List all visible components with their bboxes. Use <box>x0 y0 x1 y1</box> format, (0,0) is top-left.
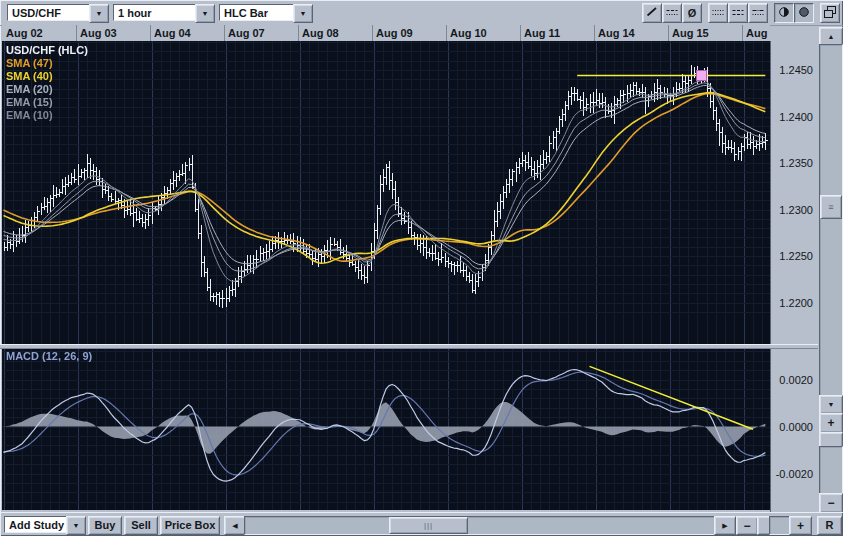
grip-icon: ≡ <box>828 203 833 212</box>
dash-dot-lines-icon <box>665 6 679 20</box>
legend-symbol: USD/CHF (HLC) <box>6 44 88 56</box>
legend-sma-40[interactable]: SMA (40) <box>6 70 53 82</box>
horizontal-scrollbar-thumb[interactable]: ||| <box>389 517 468 534</box>
sell-button[interactable]: Sell <box>124 516 158 535</box>
half-filled-circle-icon <box>777 6 791 20</box>
dashed-lines-icon <box>731 6 745 20</box>
date-tick-separator <box>594 25 595 41</box>
chevron-down-icon: ▼ <box>96 10 103 17</box>
price-axis-label: 1.2250 <box>779 250 813 262</box>
date-axis-label: Aug 03 <box>80 27 117 39</box>
hide-studies-button[interactable]: Ø <box>682 3 702 23</box>
reset-button[interactable]: R <box>817 516 842 535</box>
symbol-combo-value: USD/CHF <box>12 7 61 19</box>
scroll-down-button[interactable]: ▼ <box>819 395 843 414</box>
slashed-circle-icon: Ø <box>688 8 697 19</box>
shade-half-circle-button[interactable] <box>774 3 794 23</box>
date-tick-separator <box>224 25 225 41</box>
date-tick-separator <box>446 25 447 41</box>
arrow-right-icon: ▶ <box>722 522 727 529</box>
date-axis-label: Aug 09 <box>376 27 413 39</box>
arrow-left-icon: ◀ <box>232 522 237 529</box>
hatched-circle-icon <box>797 6 811 20</box>
date-axis-label: Aug 10 <box>450 27 487 39</box>
bar-style-combo-arrow-button[interactable]: ▼ <box>293 4 313 23</box>
vertical-zoom-track[interactable] <box>819 446 843 495</box>
top-toolbar: USD/CHF ▼ 1 hour ▼ HLC Bar ▼ Ø <box>0 0 843 26</box>
horizontal-scrollbar-track[interactable]: ||| <box>244 516 716 535</box>
vertical-zoom-in-button[interactable]: + <box>819 413 843 433</box>
date-tick-separator <box>150 25 151 41</box>
macd-chart-canvas[interactable] <box>2 347 770 510</box>
add-study-combo-arrow-button[interactable]: ▼ <box>66 516 86 535</box>
line-properties-button[interactable] <box>662 3 682 23</box>
toolbar-icon-group: Ø <box>642 3 840 23</box>
date-axis-label: Aug 14 <box>598 27 635 39</box>
interval-combo-arrow-button[interactable]: ▼ <box>195 4 215 23</box>
macd-axis-label: 0.0020 <box>779 374 813 386</box>
scroll-right-button[interactable]: ▶ <box>714 516 736 535</box>
pane-splitter[interactable] <box>0 344 818 349</box>
mixed-lines-icon <box>751 6 765 20</box>
legend-sma-47[interactable]: SMA (47) <box>6 57 53 69</box>
plus-icon: + <box>797 520 804 532</box>
interval-combo-value: 1 hour <box>118 7 152 19</box>
cascade-windows-icon <box>823 6 837 20</box>
add-study-combo[interactable]: Add Study <box>4 516 74 533</box>
date-axis-label: Aug 11 <box>524 27 560 39</box>
plus-icon: + <box>827 417 834 429</box>
legend-ema-15[interactable]: EMA (15) <box>6 96 53 108</box>
scroll-left-button[interactable]: ◀ <box>224 516 246 535</box>
price-axis[interactable]: 1.24501.24001.23501.23001.22501.2200 <box>770 41 819 344</box>
trendline-handle[interactable] <box>696 70 707 81</box>
price-axis-label: 1.2200 <box>779 297 813 309</box>
vertical-scrollbar-thumb[interactable]: ≡ <box>820 195 842 219</box>
shade-hatched-circle-button[interactable] <box>794 3 814 23</box>
date-axis[interactable]: Aug 02Aug 03Aug 04Aug 07Aug 08Aug 09Aug … <box>2 25 770 42</box>
bar-style-combo-value: HLC Bar <box>224 7 268 19</box>
date-axis-label: Aug 04 <box>154 27 191 39</box>
symbol-combo-arrow-button[interactable]: ▼ <box>89 4 109 23</box>
date-axis-label: Aug 02 <box>6 27 43 39</box>
vertical-scrollbar-track[interactable]: ≡ <box>819 44 843 397</box>
minus-icon: − <box>743 520 750 532</box>
date-tick-separator <box>76 25 77 41</box>
date-tick-separator <box>372 25 373 41</box>
macd-axis-label: -0.0020 <box>776 468 813 480</box>
horizontal-zoom-track[interactable] <box>769 516 791 535</box>
date-axis-label: Aug 16 <box>746 27 770 39</box>
price-axis-label: 1.2300 <box>779 204 813 216</box>
date-axis-label: Aug 08 <box>302 27 339 39</box>
date-tick-separator <box>298 25 299 41</box>
horizontal-zoom-in-button[interactable]: + <box>789 516 812 535</box>
macd-legend-label[interactable]: MACD (12, 26, 9) <box>6 350 92 362</box>
chevron-down-icon: ▼ <box>73 522 80 529</box>
sell-button-label: Sell <box>131 520 151 531</box>
line-style-mixed-button[interactable] <box>748 3 768 23</box>
draw-trendline-tool-button[interactable] <box>642 3 662 23</box>
reset-button-label: R <box>826 520 834 531</box>
buy-button[interactable]: Buy <box>88 516 122 535</box>
line-diagonal-icon <box>645 6 659 20</box>
chart-window: USD/CHF ▼ 1 hour ▼ HLC Bar ▼ Ø Aug 02Aug… <box>0 0 843 536</box>
price-axis-label: 1.2350 <box>779 157 813 169</box>
line-style-dotted-button[interactable] <box>708 3 728 23</box>
interval-combo[interactable]: 1 hour <box>113 4 203 21</box>
vertical-zoom-out-button[interactable]: − <box>819 493 843 513</box>
price-box-button-label: Price Box <box>165 520 216 531</box>
price-chart-canvas[interactable] <box>2 41 770 344</box>
buy-button-label: Buy <box>95 520 116 531</box>
legend-ema-20[interactable]: EMA (20) <box>6 83 53 95</box>
cascade-windows-button[interactable] <box>820 3 840 23</box>
macd-axis[interactable]: 0.00200.0000-0.0020 <box>770 347 819 513</box>
line-style-dashed-button[interactable] <box>728 3 748 23</box>
symbol-combo[interactable]: USD/CHF <box>7 4 97 21</box>
price-axis-label: 1.2400 <box>779 111 813 123</box>
bar-style-combo[interactable]: HLC Bar <box>219 4 301 21</box>
price-box-button[interactable]: Price Box <box>160 516 220 535</box>
minus-icon: − <box>827 497 834 509</box>
vertical-scrollbar: ▲ ≡ ▼ + − <box>819 27 841 511</box>
legend-ema-10[interactable]: EMA (10) <box>6 109 53 121</box>
price-axis-label: 1.2450 <box>779 64 813 76</box>
horizontal-zoom-out-button[interactable]: − <box>736 516 758 535</box>
